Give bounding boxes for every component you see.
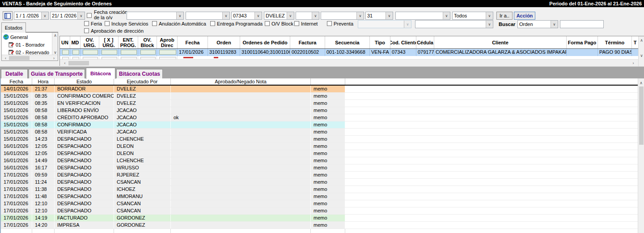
memo-cell[interactable]: memo [311,186,345,193]
memo-cell[interactable]: memo [311,150,345,157]
table-row[interactable]: 15/01/2026 08:58 CONFIRMADO JCACAO memo [1,121,638,129]
filter-combo-5[interactable]: ∨ [296,12,319,20]
filter-combo-8[interactable]: ∨ [395,12,450,20]
tree-hscroll-thumb[interactable] [9,56,30,60]
table-row[interactable]: 17/01/2026 14:20 IMPRESA GORDONEZ memo [1,222,638,229]
memo-cell[interactable]: memo [311,86,345,92]
filter-combo-2[interactable]: ∨ [186,12,230,20]
memo-cell[interactable]: memo [311,157,345,164]
memo-cell[interactable]: memo [311,207,345,214]
table-row[interactable]: 15/01/2026 08:58 CRÉDITO APROBADO JCACAO… [1,114,638,121]
cliente-code-combo[interactable]: 07343 ∨ [231,12,262,20]
chevron-down-icon[interactable]: ∨ [287,12,294,19]
chevron-right-icon[interactable]: › [51,55,57,61]
table-row[interactable]: 17/01/2026 14:19 FACTURADO GORDONEZ memo [1,215,638,222]
filter-combo-1[interactable]: ∨ [127,12,184,20]
chevron-down-icon[interactable]: ∨ [486,21,493,28]
memo-cell[interactable]: memo [311,172,345,178]
ir-a-button[interactable]: Ir a.. [496,12,513,20]
chevron-down-icon[interactable]: ∨ [77,12,85,19]
chevron-up-icon[interactable]: ∧ [52,33,58,38]
memo-cell[interactable]: memo [311,179,345,186]
chevron-down-icon[interactable]: ∨ [486,12,493,19]
date-to-field[interactable]: 21/ 1 /2026 ∨ [50,12,85,20]
chevron-left-icon[interactable]: ‹ [62,60,68,66]
bitacora-vscroll-thumb[interactable] [639,86,644,145]
table-row[interactable]: 16/01/2026 12:05 DESPACHADO DLEON memo [1,150,638,157]
chevron-up-icon[interactable]: ∧ [638,80,644,86]
table-row[interactable]: 17/01/2026 11:48 DESPACHADO MMORANU memo [1,193,638,200]
grid-view-button[interactable] [3,11,13,20]
todos-combo[interactable]: Todos ∨ [452,12,493,20]
filter-combo-row2[interactable]: ∨ [415,20,493,28]
memo-cell[interactable]: memo [311,114,345,121]
memo-cell[interactable]: memo [311,222,345,229]
buscar-input[interactable] [560,20,604,28]
memo-cell[interactable]: memo [311,129,345,135]
chevron-down-icon[interactable]: ∨ [176,12,183,19]
tree-item-general[interactable]: General [2,33,52,41]
internet-checkbox[interactable] [294,21,299,26]
tab-estados[interactable]: Estados [1,22,26,33]
memo-cell[interactable]: memo [311,93,345,99]
memo-cell[interactable]: memo [311,121,345,128]
table-row[interactable]: 15/01/2026 08:58 LIBERADO ENVÍO JCACAO m… [1,107,638,114]
tree-hscrollbar[interactable]: ‹ › [2,55,58,60]
memo-cell[interactable]: memo [311,215,345,221]
memo-cell[interactable]: memo [311,136,345,142]
feria-checkbox[interactable] [84,21,89,26]
tab-bitacora[interactable]: Bitácora [86,68,115,79]
chevron-down-icon[interactable]: ∨ [41,12,48,19]
entrega-programada-checkbox[interactable] [210,21,215,26]
chevron-right-icon[interactable]: › [630,60,636,66]
table-row[interactable]: 16/01/2026 16:17 DESPACHADO WRUSSO memo [1,164,638,172]
ov-block-checkbox[interactable] [265,21,270,26]
chevron-down-icon[interactable]: ∨ [386,12,393,19]
memo-cell[interactable]: memo [311,193,345,200]
aprobacion-direccion-checkbox[interactable] [84,28,89,33]
orders-hscroll-thumb[interactable] [68,61,89,65]
preventa-checkbox[interactable] [327,21,332,26]
table-row[interactable]: 17/01/2026 12:10 DESPACHADO CSANCAN memo [1,207,638,215]
chevron-down-icon[interactable]: ∨ [356,12,364,19]
filter-combo-6[interactable]: ∨ [321,12,364,20]
tab-bitacora-cuotas[interactable]: Bitácora Cuotas [116,69,163,78]
tree-vscrollbar[interactable]: ∧ ∨ [52,33,58,55]
anulacion-automatica-checkbox[interactable] [152,21,157,26]
fecha-creacion-checkbox[interactable] [87,13,92,18]
usuario-combo[interactable]: DVELEZ ∨ [264,12,294,20]
chevron-down-icon[interactable]: ∨ [222,12,229,19]
chevron-down-icon[interactable]: ∨ [639,52,644,58]
date-from-field[interactable]: 1 / 1 /2026 ∨ [14,12,49,20]
partial-order-row[interactable] [60,56,638,59]
memo-cell[interactable]: memo [311,100,345,107]
table-row[interactable]: 17/01/2026 12:10 DESPACHADO CSANCAN memo [1,200,638,207]
table-row[interactable]: 15/01/2026 08:58 VERIFICADA JCACAO memo [1,129,638,136]
memo-cell[interactable]: memo [311,200,345,207]
filter-combo-31[interactable]: 31 ∨ [365,12,393,20]
chevron-left-icon[interactable]: ‹ [3,55,8,61]
table-row[interactable]: 16/01/2026 12:05 DESPACHADO DLEON memo [1,143,638,150]
accion-button[interactable]: Acción [514,12,535,20]
orders-hscrollbar[interactable]: ‹ › [60,59,638,66]
bitacora-vscrollbar[interactable]: ∧ [638,78,644,233]
orders-vscrollbar[interactable]: ∧ ∨ [638,36,644,66]
incluye-servicios-checkbox[interactable] [105,21,110,26]
memo-cell[interactable]: memo [311,107,345,114]
table-row[interactable]: 17/01/2026 11:38 DESPACHADO ICHOEZ memo [1,186,638,193]
chevron-down-icon[interactable]: ∨ [551,21,558,28]
tab-guias-transporte[interactable]: Guias de Transporte [29,69,85,78]
memo-cell[interactable]: memo [311,164,345,171]
table-row[interactable]: 15/01/2026 08:35 CONFIRMADO COMERCIAL DV… [1,93,638,100]
selected-order-row[interactable]: 17/01/2026 3100119283 3100110640;3100110… [60,49,638,56]
table-row[interactable]: 16/01/2026 14:49 DESPACHADO LCHENCHE mem… [1,157,638,164]
chevron-up-icon[interactable]: ∧ [639,37,644,43]
table-row[interactable]: 15/01/2026 08:35 EN VERIFICACION DVELEZ … [1,100,638,107]
memo-cell[interactable]: memo [311,143,345,150]
buscar-field-combo[interactable]: Orden ∨ [517,20,558,28]
chevron-down-icon[interactable]: ∨ [443,12,450,19]
table-row[interactable]: 15/01/2026 14:23 DESPACHADO LCHENCHE mem… [1,136,638,143]
table-row[interactable]: 17/01/2026 09:59 DESPACHADO RJPEREZ memo [1,172,638,179]
table-row[interactable]: 14/01/2026 21:37 BORRADOR DVELEZ memo [1,86,638,93]
chevron-down-icon[interactable]: ∨ [254,12,262,19]
